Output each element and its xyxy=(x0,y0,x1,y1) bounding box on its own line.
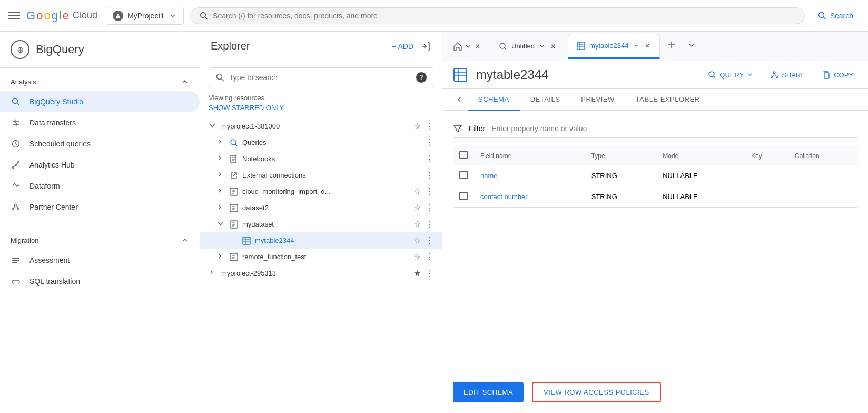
sidebar-item-bigquery-studio[interactable]: BigQuery Studio xyxy=(0,91,200,112)
tree-item-mydataset[interactable]: mydataset ☆ ⋮ xyxy=(200,216,442,232)
add-button[interactable]: + ADD xyxy=(392,42,413,51)
col-mode: Mode xyxy=(656,146,745,165)
more-icon[interactable]: ⋮ xyxy=(425,268,433,278)
svg-line-20 xyxy=(235,144,238,146)
transfers-icon xyxy=(11,117,21,128)
star-icon[interactable]: ★ xyxy=(413,268,421,278)
expand-icon xyxy=(217,204,225,212)
filter-icon xyxy=(453,124,462,133)
tree-item-notebooks[interactable]: Notebooks ⋮ xyxy=(200,151,442,167)
tab-mytable2344[interactable]: mytable2344 xyxy=(568,34,659,59)
more-icon[interactable]: ⋮ xyxy=(425,154,433,164)
analysis-header[interactable]: Analysis xyxy=(0,72,200,91)
menu-icon[interactable] xyxy=(8,12,20,19)
star-icon[interactable]: ☆ xyxy=(413,219,421,229)
tree-item-external-connections[interactable]: External connections ⋮ xyxy=(200,167,442,183)
sidebar-item-assessment[interactable]: Assessment xyxy=(0,250,200,271)
sidebar-item-scheduled-queries[interactable]: Scheduled queries xyxy=(0,133,200,154)
migration-header[interactable]: Migration xyxy=(0,231,200,250)
star-icon[interactable]: ☆ xyxy=(413,203,421,213)
show-starred-button[interactable]: SHOW STARRED ONLY xyxy=(200,104,442,116)
share-icon xyxy=(770,71,778,79)
more-icon[interactable]: ⋮ xyxy=(425,170,433,180)
explorer-search-box[interactable]: ? xyxy=(209,67,433,87)
tabs-back-button[interactable] xyxy=(451,89,468,110)
explorer-search-input[interactable] xyxy=(229,73,412,82)
star-icon[interactable]: ☆ xyxy=(413,121,421,131)
project-avatar xyxy=(113,11,123,21)
tree-item-remote-function[interactable]: remote_function_test ☆ ⋮ xyxy=(200,249,442,265)
svg-rect-16 xyxy=(12,262,17,263)
global-search-bar[interactable] xyxy=(190,7,805,24)
home-close-icon[interactable] xyxy=(474,43,481,50)
tree-item-mytable2344[interactable]: mytable2344 ☆ ⋮ xyxy=(200,232,442,249)
star-icon[interactable]: ☆ xyxy=(413,235,421,245)
sidebar-item-analytics-hub[interactable]: Analytics Hub xyxy=(0,154,200,175)
filter-bar: Filter xyxy=(453,120,857,138)
tab-details[interactable]: DETAILS xyxy=(520,89,571,111)
sidebar-item-data-transfers[interactable]: Data transfers xyxy=(0,112,200,133)
close-tab-icon[interactable] xyxy=(644,42,651,50)
help-icon[interactable]: ? xyxy=(416,72,427,83)
tree-item-myproject1[interactable]: myproject1-381000 ☆ ⋮ xyxy=(200,118,442,134)
view-row-access-button[interactable]: VIEW ROW ACCESS POLICIES xyxy=(532,382,661,402)
more-icon[interactable]: ⋮ xyxy=(425,252,433,262)
query-icon xyxy=(230,139,238,147)
tree-item-dataset2[interactable]: dataset2 ☆ ⋮ xyxy=(200,200,442,216)
svg-rect-60 xyxy=(824,73,829,78)
untitled-chevron-icon xyxy=(539,43,545,50)
global-search-input[interactable] xyxy=(213,12,796,20)
more-icon[interactable]: ⋮ xyxy=(425,121,433,131)
home-icon xyxy=(453,42,462,51)
tree-item-label: cloud_monitoring_import_d... xyxy=(242,188,331,195)
row-checkbox[interactable] xyxy=(459,171,468,179)
project-selector[interactable]: MyProject1 xyxy=(106,7,184,25)
field-name-link[interactable]: contact number xyxy=(480,193,528,201)
collapse-icon[interactable] xyxy=(420,41,431,52)
more-icon[interactable]: ⋮ xyxy=(425,203,433,213)
row-checkbox[interactable] xyxy=(459,192,468,200)
share-button[interactable]: SHARE xyxy=(766,67,810,82)
svg-line-56 xyxy=(714,76,716,78)
search-button[interactable]: Search xyxy=(811,8,860,24)
project-name: MyProject1 xyxy=(127,12,164,20)
tree-item-label: dataset2 xyxy=(242,204,269,212)
edit-schema-button[interactable]: EDIT SCHEMA xyxy=(453,382,524,402)
sidebar-item-sql-translation[interactable]: SQL translation xyxy=(0,271,200,292)
tab-table-explorer[interactable]: TABLE EXPLORER xyxy=(625,89,711,111)
expand-icon xyxy=(209,269,217,277)
brand-name: BigQuery xyxy=(36,43,84,56)
star-icon[interactable]: ☆ xyxy=(413,252,421,262)
field-collation xyxy=(788,165,857,186)
tab-untitled[interactable]: Untitled xyxy=(490,34,566,59)
copy-button[interactable]: COPY xyxy=(818,67,857,82)
more-icon[interactable]: ⋮ xyxy=(425,137,433,148)
search-btn-icon xyxy=(817,11,827,21)
filter-label: Filter xyxy=(469,124,485,133)
add-tab-button[interactable] xyxy=(662,35,681,57)
tab-overflow-button[interactable] xyxy=(683,37,700,55)
main-layout: ⊕ BigQuery Analysis BigQuery Studio Data… xyxy=(0,32,868,413)
more-icon[interactable]: ⋮ xyxy=(425,219,433,229)
tab-schema[interactable]: SCHEMA xyxy=(468,89,520,111)
home-tab[interactable] xyxy=(447,37,488,55)
close-tab-icon[interactable] xyxy=(549,43,557,50)
more-icon[interactable]: ⋮ xyxy=(425,186,433,196)
star-icon[interactable]: ☆ xyxy=(413,186,421,196)
filter-input[interactable] xyxy=(491,124,857,133)
field-name-link[interactable]: name xyxy=(480,172,498,180)
migration-label: Migration xyxy=(11,237,38,244)
svg-rect-14 xyxy=(12,258,19,259)
select-all-checkbox[interactable] xyxy=(459,151,468,159)
tree-item-myproject295313[interactable]: myproject-295313 ★ ⋮ xyxy=(200,265,442,281)
tree-item-queries[interactable]: Queries ⋮ xyxy=(200,134,442,151)
more-icon[interactable]: ⋮ xyxy=(425,235,433,245)
explorer-title: Explorer xyxy=(211,40,250,52)
sidebar-item-partner-center[interactable]: Partner Center xyxy=(0,196,200,218)
sidebar-item-label: SQL translation xyxy=(29,277,80,286)
sidebar-item-dataform[interactable]: Dataform xyxy=(0,175,200,196)
tree-item-cloud-monitoring[interactable]: cloud_monitoring_import_d... ☆ ⋮ xyxy=(200,183,442,200)
analysis-label: Analysis xyxy=(11,78,36,86)
tab-preview[interactable]: PREVIEW xyxy=(570,89,625,111)
query-button[interactable]: QUERY xyxy=(704,67,757,82)
